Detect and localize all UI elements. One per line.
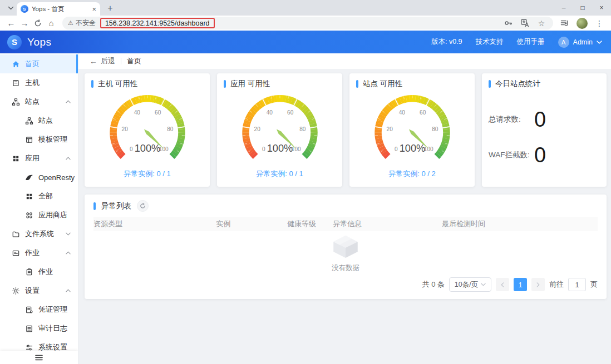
sidebar-item-home[interactable]: 首页: [0, 54, 78, 73]
tab-search-button[interactable]: [4, 2, 17, 14]
sidebar-item-template-manage[interactable]: 模板管理: [0, 130, 78, 149]
apps-icon: [25, 192, 33, 201]
yops-favicon-icon: S: [21, 5, 28, 13]
sidebar-item-openresty[interactable]: OpenResty: [0, 168, 78, 187]
gauge-card-title: 站点 可用性: [363, 79, 402, 89]
svg-text:0: 0: [395, 146, 398, 152]
security-chip[interactable]: ⚠ 不安全: [68, 18, 96, 28]
exception-list-card: 异常列表 资源类型实例健康等级异常信息最后检测时间 没有数: [85, 195, 607, 299]
support-link[interactable]: 技术支持: [476, 37, 504, 47]
abnormal-instances-link[interactable]: 异常实例: 0 / 2: [388, 169, 436, 181]
openresty-icon: [25, 173, 33, 182]
sidebar-item-site-group[interactable]: 站点: [0, 92, 78, 111]
host-availability-gauge: 020406080100100%: [89, 89, 206, 169]
sidebar-item-site[interactable]: 站点: [0, 111, 78, 130]
prev-page-button[interactable]: [496, 278, 509, 291]
bookmark-star-button[interactable]: ☆: [536, 18, 546, 28]
user-avatar: A: [558, 37, 569, 48]
sidebar-item-all-apps[interactable]: 全部: [0, 187, 78, 206]
column-header: 资源类型: [93, 219, 216, 229]
sidebar-item-app-group[interactable]: 应用: [0, 149, 78, 168]
sidebar-item-settings-group[interactable]: 设置: [0, 281, 78, 300]
page-number-1[interactable]: 1: [514, 278, 527, 291]
translate-button[interactable]: [520, 18, 530, 28]
passwords-key-button[interactable]: [503, 18, 513, 28]
browser-menu-button[interactable]: ⋮: [594, 18, 604, 28]
back-button[interactable]: ←: [4, 17, 18, 30]
side-panel-button[interactable]: [560, 18, 570, 28]
store-icon: [25, 211, 33, 220]
goto-page-input[interactable]: [568, 278, 586, 291]
app-availability-gauge: 020406080100100%: [221, 89, 338, 169]
stat-value: 0: [534, 109, 546, 130]
empty-state: 没有数据: [93, 231, 598, 276]
window-controls: – □ ×: [554, 0, 611, 16]
screen: S Yops - 首页 × + – □ × ← → ⌂ ⚠ 不安全 156.23…: [0, 0, 611, 364]
sidebar-item-host[interactable]: 主机: [0, 73, 78, 92]
sidebar-item-filesystem[interactable]: 文件系统: [0, 225, 78, 243]
user-menu[interactable]: A Admin: [558, 37, 602, 48]
sidebar-item-label: OpenResty: [38, 173, 75, 182]
app-header: S Yops 版本: v0.9 技术支持 使用手册 A Admin: [0, 31, 611, 53]
title-bar-marker: [356, 80, 358, 88]
tab-title: Yops - 首页: [32, 5, 88, 13]
sidebar-item-audit-log[interactable]: 审计日志: [0, 319, 78, 338]
refresh-button[interactable]: [137, 200, 149, 212]
sidebar-item-credential-manage[interactable]: 凭证管理: [0, 300, 78, 319]
title-bar-marker: [224, 80, 226, 88]
sidebar-item-job-group[interactable]: 作业: [0, 243, 78, 262]
svg-text:100%: 100%: [399, 142, 425, 154]
page-suffix-label: 页: [590, 280, 598, 290]
abnormal-instances-link[interactable]: 异常实例: 0 / 1: [256, 169, 303, 181]
abnormal-instances-link[interactable]: 异常实例: 0 / 1: [124, 169, 171, 181]
chevron-down-icon: [66, 232, 71, 236]
url-text[interactable]: 156.238.232.141:9525/dashboard: [105, 19, 210, 27]
chevron-right-icon: [536, 282, 540, 287]
svg-text:0: 0: [130, 146, 133, 152]
forward-button[interactable]: →: [18, 17, 31, 30]
reload-button[interactable]: [31, 17, 45, 30]
home-button[interactable]: ⌂: [45, 17, 58, 30]
site-availability-gauge: 020406080100100%: [354, 89, 471, 169]
sidebar-item-app-store[interactable]: 应用商店: [0, 206, 78, 225]
svg-text:40: 40: [398, 109, 405, 116]
window-close-button[interactable]: ×: [592, 0, 611, 16]
back-link[interactable]: ← 后退: [90, 56, 115, 66]
title-bar-marker: [489, 80, 491, 88]
svg-text:20: 20: [121, 126, 128, 132]
sidebar-collapse-button[interactable]: [0, 351, 78, 364]
next-page-button[interactable]: [531, 278, 545, 291]
browser-tab[interactable]: S Yops - 首页 ×: [17, 2, 100, 16]
side-panel-icon: [560, 19, 569, 27]
browser-toolbar: ← → ⌂ ⚠ 不安全 156.238.232.141:9525/dashboa…: [0, 16, 611, 31]
sidebar-item-job[interactable]: 作业: [0, 262, 78, 281]
breadcrumb: ← 后退 首页: [78, 53, 611, 69]
site-icon: [12, 98, 20, 106]
key-icon: [504, 19, 513, 27]
new-tab-button[interactable]: +: [104, 2, 117, 15]
svg-text:60: 60: [155, 109, 161, 116]
chevron-down-icon: [8, 6, 14, 10]
breadcrumb-divider: [121, 58, 121, 64]
manual-link[interactable]: 使用手册: [517, 37, 545, 47]
stat-label: WAF拦截数:: [489, 150, 534, 160]
chevron-up-icon: [66, 157, 71, 160]
tab-close-icon[interactable]: ×: [92, 6, 96, 13]
back-arrow-icon: ←: [90, 57, 97, 66]
brand[interactable]: S Yops: [0, 35, 52, 49]
stat-value: 0: [534, 144, 546, 166]
gear-icon: [12, 287, 20, 295]
site-stats-card: 今日站点统计 总请求数: 0 WAF拦截数: 0: [482, 73, 607, 187]
page-size-select[interactable]: 10条/页: [449, 277, 491, 292]
audit-icon: [25, 325, 33, 333]
window-minimize-button[interactable]: –: [554, 0, 573, 16]
pagination-total: 共 0 条: [422, 280, 445, 290]
browser-profile-avatar[interactable]: [576, 18, 588, 29]
address-bar[interactable]: ⚠ 不安全 156.238.232.141:9525/dashboard ☆: [62, 17, 553, 29]
chevron-up-icon: [66, 289, 71, 292]
column-header: 异常信息: [333, 219, 442, 229]
page-size-value: 10条/页: [455, 280, 478, 290]
hamburger-icon: [35, 355, 43, 361]
window-maximize-button[interactable]: □: [573, 0, 592, 16]
svg-text:80: 80: [167, 126, 174, 132]
